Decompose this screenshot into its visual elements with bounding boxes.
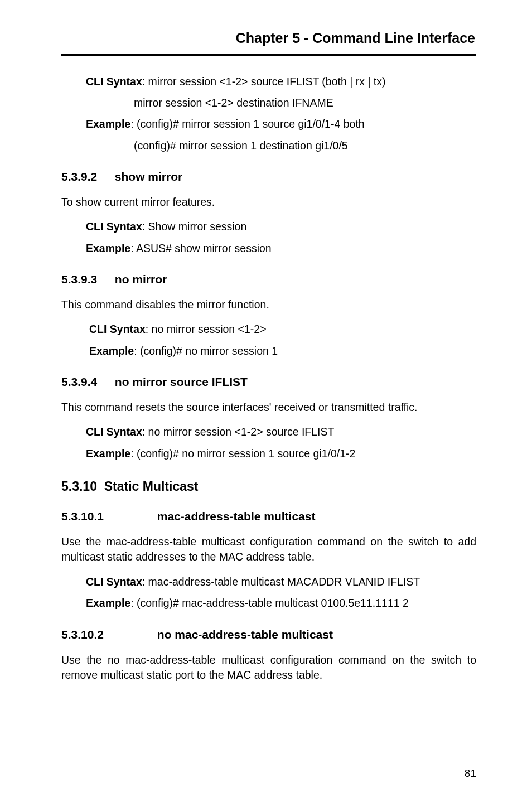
heading-number: 5.3.10 (61, 479, 97, 494)
section-desc: This command resets the source interface… (61, 400, 476, 416)
section-desc: Use the no mac-address-table multicast c… (61, 653, 476, 683)
section-desc: Use the mac-address-table multicast conf… (61, 534, 476, 565)
cli-syntax-line: CLI Syntax: no mirror session <1-2> (89, 320, 476, 338)
heading-53102: 5.3.10.2 no mac-address-table multicast (61, 628, 476, 641)
cli-block: CLI Syntax: mac-address-table multicast … (61, 573, 476, 612)
divider (61, 54, 476, 56)
heading-text: mac-address-table multicast (157, 510, 316, 523)
cli-syntax-line-2: mirror session <1-2> destination IFNAME (61, 94, 476, 112)
heading-text: Static Multicast (104, 479, 199, 494)
heading-5392: 5.3.9.2 show mirror (61, 170, 476, 183)
heading-text: no mirror (115, 273, 167, 286)
heading-number: 5.3.9.2 (61, 170, 112, 183)
heading-53101: 5.3.10.1 mac-address-table multicast (61, 510, 476, 523)
cli-block: CLI Syntax: no mirror session <1-2> Exam… (61, 320, 476, 359)
cli-block: CLI Syntax: Show mirror session Example:… (61, 218, 476, 257)
page-number: 81 (465, 767, 476, 780)
section-desc: This command disables the mirror functio… (61, 297, 476, 313)
heading-5394: 5.3.9.4 no mirror source IFLIST (61, 375, 476, 389)
section-desc: To show current mirror features. (61, 195, 476, 210)
example-line: Example: ASUS# show mirror session (86, 239, 476, 257)
heading-number: 5.3.9.4 (61, 375, 112, 389)
cli-syntax-line: CLI Syntax: mac-address-table multicast … (86, 573, 476, 591)
cli-block: CLI Syntax: no mirror session <1-2> sour… (61, 423, 476, 462)
heading-5310: 5.3.10 Static Multicast (61, 479, 476, 494)
chapter-title: Chapter 5 - Command Line Interface (61, 30, 476, 46)
intro-block: CLI Syntax: mirror session <1-2> source … (61, 73, 476, 90)
cli-syntax-line: CLI Syntax: no mirror session <1-2> sour… (86, 423, 476, 441)
heading-5393: 5.3.9.3 no mirror (61, 273, 476, 286)
cli-syntax-line: CLI Syntax: mirror session <1-2> source … (86, 73, 476, 90)
example-line: Example: (config)# no mirror session 1 (89, 342, 476, 360)
heading-number: 5.3.10.2 (61, 628, 154, 641)
example-line: Example: (config)# mirror session 1 sour… (86, 115, 476, 133)
heading-number: 5.3.9.3 (61, 273, 112, 286)
cli-syntax-line: CLI Syntax: Show mirror session (86, 218, 476, 235)
heading-text: no mac-address-table multicast (157, 628, 333, 641)
example-block: Example: (config)# mirror session 1 sour… (61, 115, 476, 133)
heading-text: show mirror (115, 170, 182, 183)
heading-number: 5.3.10.1 (61, 510, 154, 523)
example-line: Example: (config)# mac-address-table mul… (86, 594, 476, 612)
example-line: Example: (config)# no mirror session 1 s… (86, 445, 476, 462)
heading-text: no mirror source IFLIST (115, 375, 248, 388)
example-line-2: (config)# mirror session 1 destination g… (61, 137, 476, 154)
